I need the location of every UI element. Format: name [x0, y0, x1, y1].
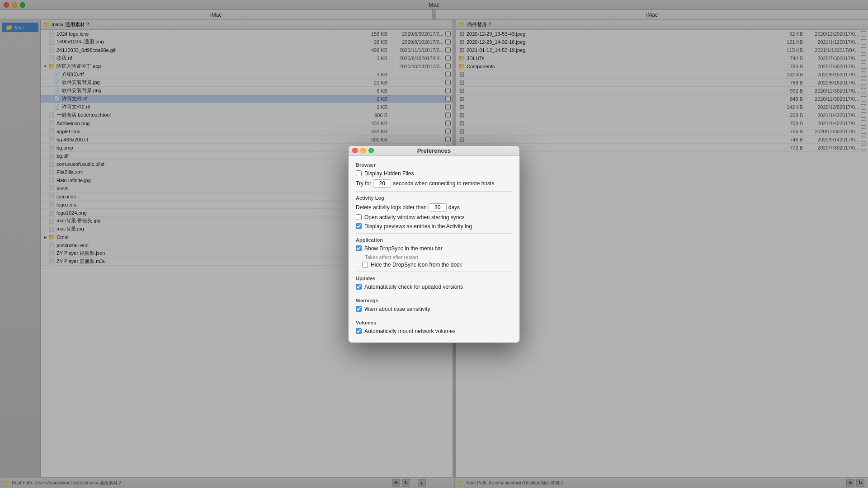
try-for-row: Try for seconds when connecting to remot…	[356, 179, 512, 188]
try-for-input[interactable]	[373, 179, 391, 188]
auto-check-row: Automatically check for updated versions	[356, 284, 512, 290]
display-hidden-files-label[interactable]: Display Hidden Files	[364, 170, 414, 177]
divider-3	[356, 272, 512, 272]
try-for-prefix: Try for	[356, 180, 371, 187]
preferences-overlay: Preferences Browser Display Hidden Files…	[0, 0, 868, 488]
display-hidden-files-checkbox[interactable]	[356, 170, 362, 176]
case-sensitivity-row: Warn about case sensitivity	[356, 306, 512, 312]
prefs-title-bar: Preferences	[349, 146, 519, 156]
auto-check-label[interactable]: Automatically check for updated versions	[364, 284, 463, 290]
browser-section-label: Browser	[356, 162, 512, 168]
divider-4	[356, 294, 512, 294]
volumes-section-label: Volumes	[356, 320, 512, 325]
auto-check-checkbox[interactable]	[356, 284, 362, 290]
show-menu-bar-label[interactable]: Show DropSync in the menu bar	[364, 245, 443, 252]
display-previews-row: Display previews as entries in the Activ…	[356, 223, 512, 230]
display-previews-label[interactable]: Display previews as entries in the Activ…	[364, 223, 472, 230]
preferences-window: Preferences Browser Display Hidden Files…	[348, 145, 520, 343]
divider-2	[356, 233, 512, 234]
divider-1	[356, 191, 512, 192]
prefs-body: Browser Display Hidden Files Try for sec…	[349, 156, 519, 343]
display-hidden-files-row: Display Hidden Files	[356, 170, 512, 177]
open-window-checkbox[interactable]	[356, 214, 362, 220]
activity-log-section-label: Activity Log	[356, 195, 512, 201]
delete-logs-input[interactable]	[429, 203, 447, 211]
delete-logs-row: Delete activity logs older than days	[356, 203, 512, 211]
prefs-maximize-button[interactable]	[368, 148, 374, 153]
auto-mount-row: Automatically mount network volumes	[356, 328, 512, 334]
prefs-window-controls	[352, 148, 374, 153]
open-window-row: Open activity window when starting syncs	[356, 214, 512, 221]
auto-mount-label[interactable]: Automatically mount network volumes	[364, 328, 455, 334]
prefs-title: Preferences	[417, 147, 451, 154]
desktop: Mac iMac iMac 📁 Mac	[0, 0, 868, 488]
prefs-close-button[interactable]	[352, 148, 358, 153]
delete-logs-prefix: Delete activity logs older than	[356, 204, 427, 211]
show-menu-bar-checkbox[interactable]	[356, 245, 362, 251]
display-previews-checkbox[interactable]	[356, 223, 362, 229]
hide-from-dock-label[interactable]: Hide the DropSync icon from the dock	[371, 262, 462, 268]
prefs-minimize-button[interactable]	[360, 148, 366, 153]
open-window-label[interactable]: Open activity window when starting syncs	[364, 214, 464, 221]
application-section-label: Application	[356, 237, 512, 243]
warnings-section-label: Warnings	[356, 298, 512, 303]
updates-section-label: Updates	[356, 276, 512, 281]
case-sensitivity-label[interactable]: Warn about case sensitivity	[364, 306, 430, 312]
divider-5	[356, 316, 512, 316]
delete-logs-suffix: days	[448, 204, 460, 211]
try-for-suffix: seconds when connecting to remote hosts	[393, 180, 494, 187]
auto-mount-checkbox[interactable]	[356, 328, 362, 334]
show-in-menu-bar-row: Show DropSync in the menu bar	[356, 245, 512, 252]
hide-from-dock-checkbox[interactable]	[362, 262, 368, 267]
takes-effect-label: Takes effect after restart	[365, 254, 512, 260]
case-sensitivity-checkbox[interactable]	[356, 306, 362, 312]
hide-from-dock-row: Hide the DropSync icon from the dock	[362, 262, 512, 268]
